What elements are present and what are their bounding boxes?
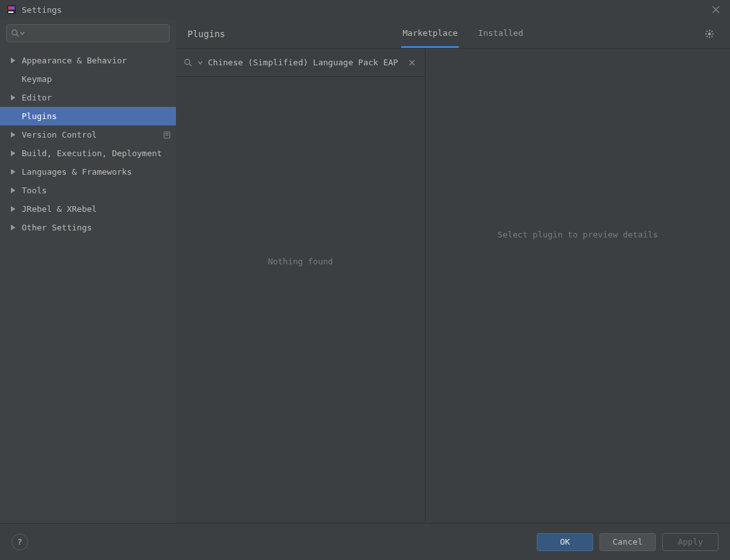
cancel-button[interactable]: Cancel — [599, 533, 656, 551]
sidebar-item-plugins[interactable]: Plugins — [0, 107, 176, 125]
tab-marketplace[interactable]: Marketplace — [401, 19, 459, 48]
svg-line-24 — [711, 31, 712, 31]
svg-rect-2 — [12, 6, 15, 10]
sidebar-item-label: Languages & Frameworks — [22, 167, 171, 177]
results-empty: Nothing found — [176, 77, 425, 523]
svg-point-4 — [12, 30, 17, 35]
sidebar-item-build-execution-deployment[interactable]: Build, Execution, Deployment — [0, 144, 176, 163]
svg-rect-1 — [8, 6, 12, 10]
svg-marker-13 — [11, 169, 15, 175]
page-title: Plugins — [187, 29, 225, 39]
tab-label: Installed — [478, 28, 523, 38]
project-scope-icon — [163, 131, 171, 139]
sidebar-item-label: Editor — [22, 93, 171, 102]
plugin-tabs: Marketplace Installed — [225, 19, 701, 48]
app-icon — [6, 4, 17, 15]
svg-marker-7 — [11, 95, 15, 100]
chevron-right-icon — [10, 169, 22, 175]
svg-point-26 — [185, 59, 190, 64]
window-title: Settings — [22, 5, 62, 15]
plugin-list-panel: Nothing found — [176, 49, 425, 523]
sidebar-item-keymap[interactable]: Keymap — [0, 70, 176, 88]
button-label: Cancel — [613, 537, 643, 547]
plugin-preview-panel: Select plugin to preview details — [425, 49, 730, 523]
sidebar-item-label: Appearance & Behavior — [22, 56, 171, 65]
sidebar-item-label: Tools — [22, 186, 171, 195]
svg-line-5 — [17, 35, 19, 37]
sidebar-item-version-control[interactable]: Version Control — [0, 125, 176, 144]
svg-rect-3 — [8, 12, 13, 13]
help-icon: ? — [17, 537, 22, 547]
help-button[interactable]: ? — [12, 534, 28, 550]
tab-installed[interactable]: Installed — [477, 19, 524, 48]
settings-window: Settings Appearance & Behavior — [0, 0, 730, 560]
sidebar-item-appearance-behavior[interactable]: Appearance & Behavior — [0, 51, 176, 70]
content-area: Plugins Marketplace Installed — [176, 19, 730, 523]
plugin-settings-button[interactable] — [701, 25, 718, 43]
chevron-right-icon — [10, 225, 22, 230]
sidebar-item-label: JRebel & XRebel — [22, 204, 171, 214]
search-icon — [184, 58, 193, 67]
chevron-right-icon — [10, 188, 22, 193]
sidebar-search-input[interactable] — [28, 29, 165, 38]
svg-rect-10 — [166, 133, 169, 134]
chevron-right-icon — [10, 95, 22, 100]
sidebar-item-languages-frameworks[interactable]: Languages & Frameworks — [0, 163, 176, 181]
chevron-down-icon[interactable] — [20, 31, 25, 36]
svg-line-22 — [706, 31, 707, 31]
svg-marker-8 — [11, 132, 15, 138]
svg-marker-12 — [11, 150, 15, 156]
button-label: OK — [560, 537, 570, 547]
content-body: Nothing found Select plugin to preview d… — [176, 49, 730, 523]
sidebar-item-label: Build, Execution, Deployment — [22, 148, 171, 158]
sidebar-item-label: Version Control — [22, 130, 161, 140]
svg-marker-14 — [11, 188, 15, 193]
results-empty-text: Nothing found — [268, 257, 333, 266]
svg-marker-15 — [11, 206, 15, 212]
sidebar-item-label: Keymap — [22, 74, 171, 84]
svg-line-23 — [711, 36, 712, 36]
close-icon — [409, 60, 415, 66]
sidebar-item-label: Other Settings — [22, 223, 171, 232]
titlebar: Settings — [0, 0, 730, 19]
body-area: Appearance & Behavior Keymap Editor Plug… — [0, 19, 730, 523]
tab-label: Marketplace — [402, 28, 457, 38]
preview-placeholder: Select plugin to preview details — [498, 230, 658, 239]
dialog-footer: ? OK Cancel Apply — [0, 523, 730, 560]
settings-tree: Appearance & Behavior Keymap Editor Plug… — [0, 47, 176, 523]
plugin-search-bar[interactable] — [176, 49, 425, 77]
sidebar-item-editor[interactable]: Editor — [0, 88, 176, 107]
content-header: Plugins Marketplace Installed — [176, 19, 730, 49]
svg-line-25 — [706, 36, 707, 36]
sidebar-item-label: Plugins — [22, 111, 171, 121]
gear-icon — [704, 29, 715, 39]
plugin-search-input[interactable] — [208, 58, 402, 67]
svg-line-27 — [189, 63, 192, 66]
chevron-down-icon[interactable] — [198, 60, 203, 65]
chevron-right-icon — [10, 58, 22, 63]
sidebar: Appearance & Behavior Keymap Editor Plug… — [0, 19, 176, 523]
sidebar-search[interactable] — [6, 24, 170, 42]
chevron-right-icon — [10, 206, 22, 212]
clear-search-button[interactable] — [407, 58, 417, 68]
svg-point-17 — [708, 32, 711, 35]
sidebar-item-tools[interactable]: Tools — [0, 181, 176, 200]
ok-button[interactable]: OK — [537, 533, 593, 551]
sidebar-item-jrebel-xrebel[interactable]: JRebel & XRebel — [0, 200, 176, 218]
chevron-right-icon — [10, 150, 22, 156]
search-icon — [11, 29, 20, 38]
svg-marker-6 — [11, 58, 15, 63]
apply-button[interactable]: Apply — [662, 533, 718, 551]
chevron-right-icon — [10, 132, 22, 138]
button-label: Apply — [678, 537, 702, 547]
window-close-button[interactable] — [708, 2, 724, 17]
svg-marker-16 — [11, 225, 15, 230]
svg-rect-11 — [166, 134, 169, 135]
sidebar-item-other-settings[interactable]: Other Settings — [0, 218, 176, 237]
